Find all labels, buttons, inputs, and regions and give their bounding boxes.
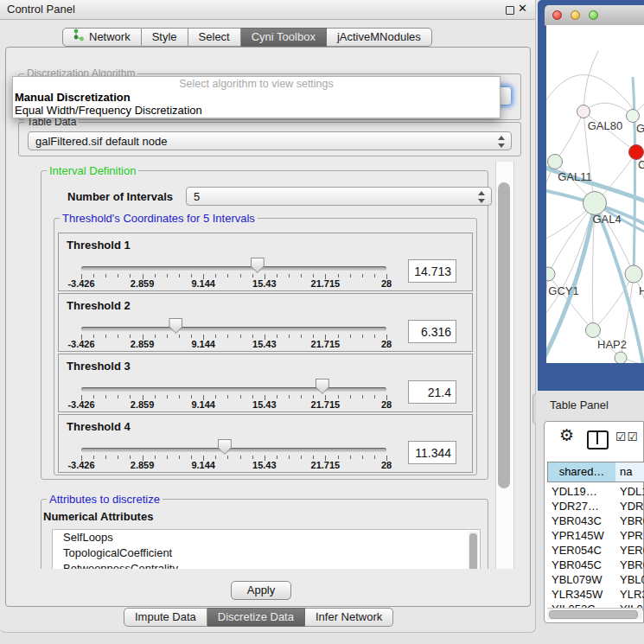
table-cell-shared-name[interactable]: YPR145W [552, 529, 604, 542]
slider-tick [362, 274, 363, 277]
slider-thumb[interactable] [218, 439, 232, 455]
slider-tick-label: 15.43 [252, 399, 277, 410]
table-cell-name[interactable]: YBR0 [620, 558, 644, 571]
table-cell-name[interactable]: YDR2 [620, 500, 644, 513]
network-canvas[interactable]: GAL80GACGAL11GAL4GCY1HHAP2 [546, 25, 644, 363]
network-node-ga[interactable] [627, 110, 640, 123]
slider-tick [105, 456, 106, 459]
slider-tick [191, 335, 192, 338]
slider-track[interactable] [81, 448, 386, 452]
tab-style[interactable]: Style [142, 28, 188, 47]
slider-tick [215, 456, 216, 459]
table-cell-shared-name[interactable]: YBL079W [552, 573, 603, 586]
slider-tick [93, 274, 94, 277]
tab-infer-network[interactable]: Infer Network [305, 608, 393, 627]
slider-tick [240, 395, 241, 399]
settings-scrollbar-thumb[interactable] [498, 182, 510, 488]
slider-tick [227, 335, 228, 338]
network-node-hap2[interactable] [586, 323, 601, 338]
table-cell-name[interactable]: YBR0 [620, 514, 644, 527]
slider-tick [167, 456, 168, 459]
tab-discretize-data[interactable]: Discretize Data [207, 608, 305, 627]
tab-cyni-toolbox[interactable]: Cyni Toolbox [241, 28, 327, 47]
table-cell-shared-name[interactable]: YBR045C [552, 558, 602, 571]
slider-tick [227, 456, 228, 459]
table-cell-shared-name[interactable]: YDR27… [552, 500, 599, 513]
slider-tick [118, 456, 118, 459]
table-cell-shared-name[interactable]: YLR345W [552, 588, 603, 601]
column-header-shared[interactable]: shared… [547, 462, 616, 482]
numerical-attributes-list[interactable]: SelfLoopsTopologicalCoefficientBetweenne… [52, 529, 481, 569]
slider-tick [252, 274, 253, 277]
slider-tick [374, 335, 375, 338]
threshold-value-field[interactable]: 14.713 [408, 259, 456, 283]
table-cell-shared-name[interactable]: YER054C [552, 544, 602, 557]
attribute-list-item[interactable]: SelfLoops [53, 530, 480, 545]
slider-tick [277, 456, 277, 459]
network-node-red[interactable] [629, 145, 644, 160]
slider-tick [191, 274, 192, 277]
threshold-value-field[interactable]: 6.316 [408, 320, 456, 343]
columns-icon[interactable] [587, 430, 609, 450]
slider-tick [350, 395, 351, 399]
float-window-icon[interactable] [506, 6, 514, 15]
list-scrollbar[interactable] [469, 532, 478, 569]
table-cell-name[interactable]: YDL1 [620, 485, 644, 498]
tab-jactivemnodules[interactable]: jActiveMNodules [327, 28, 432, 47]
network-node-gal4[interactable] [583, 192, 607, 215]
slider-thumb[interactable] [169, 318, 182, 334]
slider-track[interactable] [81, 327, 386, 331]
slider-track[interactable] [81, 387, 386, 392]
attribute-list-item[interactable]: TopologicalCoefficient [53, 545, 480, 561]
table-cell-name[interactable]: YBL0 [620, 573, 644, 586]
network-window-titlebar [545, 5, 644, 26]
tab-impute-data[interactable]: Impute Data [124, 608, 207, 627]
network-node-gal80[interactable] [577, 105, 590, 118]
slider-tick [338, 395, 339, 399]
table-cell-shared-name[interactable]: YBR043C [552, 514, 602, 527]
network-node-h[interactable] [625, 265, 642, 283]
slider-tick-label: -3.426 [67, 399, 94, 410]
table-data-combo[interactable]: galFiltered.sif default node [28, 131, 512, 150]
network-node-label: HAP2 [597, 338, 627, 351]
dropdown-option-manual[interactable]: Manual Discretization [15, 91, 131, 104]
dropdown-prompt-item[interactable]: Select algorithm to view settings [13, 78, 500, 90]
slider-tick [191, 395, 192, 399]
slider-tick-label: 9.144 [191, 460, 215, 470]
slider-tick [362, 395, 363, 399]
close-icon[interactable]: ✕ [518, 2, 527, 15]
network-icon [73, 29, 85, 47]
apply-button[interactable]: Apply [231, 581, 291, 600]
slider-track[interactable] [81, 266, 386, 271]
slider-thumb[interactable] [316, 379, 329, 394]
network-node-b1[interactable] [615, 352, 627, 363]
close-traffic-light[interactable] [552, 10, 562, 20]
number-of-intervals-combo[interactable]: 5 [186, 187, 492, 206]
network-node-gcy1[interactable] [546, 267, 555, 281]
checkbox-icons[interactable]: ☑☑ [615, 430, 639, 443]
network-node-gal11[interactable] [548, 155, 563, 169]
slider-tick [179, 395, 180, 399]
table-cell-name[interactable]: YLR3 [620, 588, 644, 601]
network-edge [546, 74, 634, 110]
slider-tick [313, 456, 314, 459]
table-cell-name[interactable]: YER0 [620, 544, 644, 557]
control-panel-window: Control Panel ✕ NetworkStyleSelectCyni T… [0, 0, 536, 633]
tab-network[interactable]: Network [62, 28, 142, 47]
network-window: GAL80GACGAL11GAL4GCY1HHAP2 [538, 0, 644, 391]
gear-icon[interactable]: ⚙ [559, 425, 574, 444]
slider-thumb[interactable] [251, 258, 265, 273]
table-cell-name[interactable]: YPR1 [620, 529, 644, 542]
table-hscrollbar[interactable] [547, 608, 642, 620]
attribute-list-item[interactable]: BetweennessCentrality [53, 561, 480, 569]
threshold-value-field[interactable]: 11.344 [408, 441, 456, 464]
column-header-name[interactable]: na [615, 462, 644, 482]
tab-select[interactable]: Select [188, 28, 241, 47]
control-panel-titlebar: Control Panel ✕ [0, 0, 535, 20]
zoom-traffic-light[interactable] [589, 10, 598, 20]
threshold-value-field[interactable]: 21.4 [408, 380, 456, 404]
minimize-traffic-light[interactable] [571, 10, 580, 20]
table-cell-shared-name[interactable]: YDL19… [552, 485, 597, 498]
slider-tick [130, 274, 131, 277]
dropdown-option-equal-width[interactable]: Equal Width/Frequency Discretization [15, 104, 202, 117]
